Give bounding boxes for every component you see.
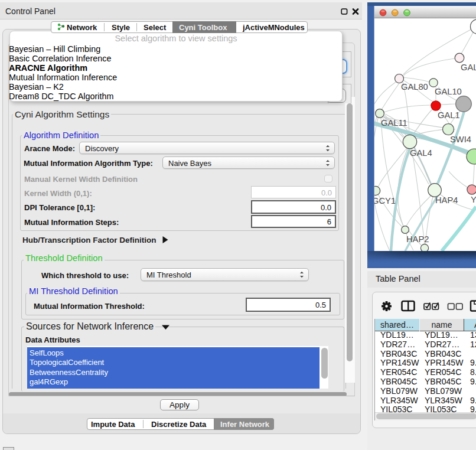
svg-text:GAL: GAL: [461, 63, 476, 72]
svg-text:GCY1: GCY1: [374, 196, 396, 206]
svg-text:HAP2: HAP2: [406, 234, 429, 244]
svg-text:Y: Y: [471, 195, 476, 204]
svg-text:HAP4: HAP4: [435, 195, 458, 205]
svg-text:GAL80: GAL80: [401, 82, 428, 92]
svg-text:GAL1: GAL1: [438, 110, 460, 120]
svg-text:GAL4: GAL4: [410, 148, 432, 158]
svg-text:GAL10: GAL10: [435, 87, 462, 96]
svg-text:SWI4: SWI4: [450, 135, 471, 144]
svg-text:GAL11: GAL11: [381, 118, 407, 128]
